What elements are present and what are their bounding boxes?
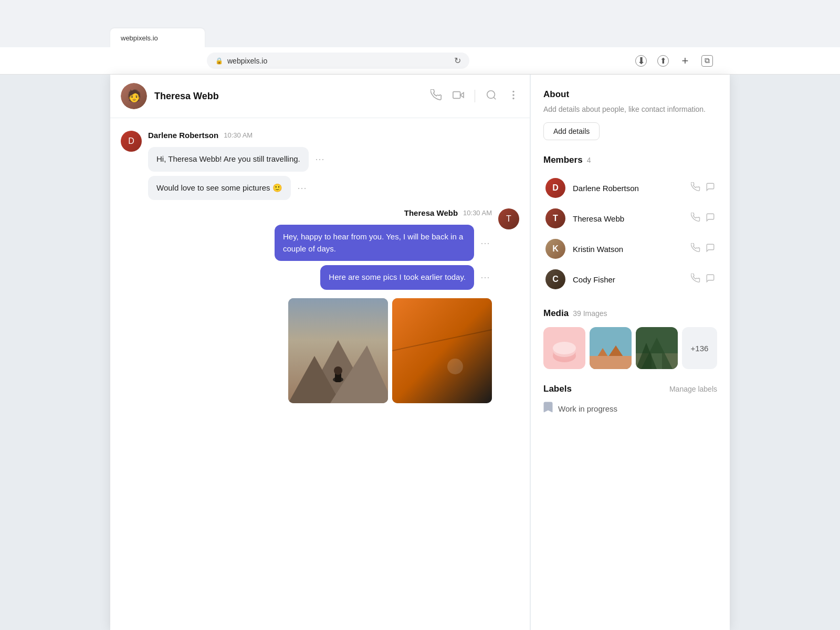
message-sender: Darlene Robertson bbox=[148, 131, 218, 140]
about-description: Add details about people, like contact i… bbox=[543, 104, 717, 115]
member-actions-kristin bbox=[691, 243, 715, 255]
member-actions-cody bbox=[691, 274, 715, 286]
svg-point-15 bbox=[447, 359, 463, 374]
about-title: About bbox=[543, 89, 717, 100]
member-actions-darlene bbox=[691, 182, 715, 194]
member-item-cody: C Cody Fisher bbox=[543, 265, 717, 293]
darlene-avatar: D bbox=[121, 131, 142, 152]
browser-toolbar: 🔒 webpixels.io ↻ ⬇ ⬆ + ⧉ bbox=[0, 47, 840, 75]
browser-tab[interactable]: webpixels.io bbox=[110, 28, 205, 47]
member-avatar-kristin: K bbox=[545, 239, 565, 259]
bookmark-icon bbox=[543, 402, 553, 416]
media-section: Media 39 Images bbox=[543, 308, 717, 369]
member-chat-kristin[interactable] bbox=[706, 243, 715, 255]
bubble-wrapper-1: Hi, Theresa Webb! Are you still travelli… bbox=[148, 147, 519, 172]
sent-message-row: T 10:30 AM Theresa Webb ⋯ Hey, happy to … bbox=[121, 208, 519, 403]
darlene-messages: Darlene Robertson 10:30 AM Hi, Theresa W… bbox=[148, 131, 519, 200]
svg-point-4 bbox=[513, 91, 514, 92]
media-header: Media 39 Images bbox=[543, 308, 717, 319]
toolbar-icons: ⬇ ⬆ + ⧉ bbox=[635, 55, 713, 67]
svg-point-5 bbox=[513, 94, 514, 96]
sent-bubble-wrapper-1: ⋯ Hey, happy to hear from you. Yes, I wi… bbox=[275, 225, 492, 261]
sent-bubble-more-2[interactable]: ⋯ bbox=[478, 269, 492, 285]
svg-point-6 bbox=[513, 98, 514, 99]
search-icon[interactable] bbox=[486, 89, 497, 103]
svg-point-13 bbox=[334, 366, 342, 375]
sent-bubble-1: Hey, happy to hear from you. Yes, I will… bbox=[275, 225, 474, 261]
chat-header-actions bbox=[430, 89, 519, 103]
sent-bubble-wrapper-2: ⋯ Here are some pics I took earlier toda… bbox=[320, 265, 492, 290]
message-time: 10:30 AM bbox=[224, 131, 253, 139]
media-count: 39 Images bbox=[573, 309, 607, 318]
bubble-more-icon[interactable]: ⋯ bbox=[313, 151, 327, 167]
svg-rect-1 bbox=[453, 91, 460, 98]
member-name-kristin: Kristin Watson bbox=[573, 245, 684, 254]
media-thumb-2[interactable] bbox=[590, 327, 632, 369]
photo-orange bbox=[392, 298, 492, 403]
sent-bubble-2: Here are some pics I took earlier today. bbox=[320, 265, 474, 290]
bubble-more-icon-2[interactable]: ⋯ bbox=[295, 180, 309, 196]
photo-row bbox=[288, 298, 492, 403]
media-title: Media bbox=[543, 308, 569, 319]
svg-rect-14 bbox=[392, 298, 492, 403]
svg-marker-0 bbox=[460, 92, 464, 97]
chat-header: 🧑 Theresa Webb bbox=[110, 75, 530, 118]
member-item-kristin: K Kristin Watson bbox=[543, 235, 717, 263]
member-avatar-darlene: D bbox=[545, 178, 565, 198]
member-avatar-theresa: T bbox=[545, 208, 565, 228]
labels-section: Labels Manage labels Work in progress bbox=[543, 384, 717, 416]
photo-mountain bbox=[288, 298, 388, 403]
media-thumb-1[interactable] bbox=[543, 327, 585, 369]
media-grid: +136 bbox=[543, 327, 717, 369]
manage-labels-link[interactable]: Manage labels bbox=[669, 385, 717, 393]
more-options-icon[interactable] bbox=[508, 89, 519, 103]
labels-header: Labels Manage labels bbox=[543, 384, 717, 394]
address-bar[interactable]: 🔒 webpixels.io ↻ bbox=[207, 52, 469, 69]
media-thumb-3[interactable] bbox=[636, 327, 678, 369]
share-icon[interactable]: ⬆ bbox=[657, 55, 669, 67]
member-chat-darlene[interactable] bbox=[706, 182, 715, 194]
browser-chrome: webpixels.io bbox=[0, 0, 840, 47]
bubble-wrapper-2: Would love to see some pictures 🙂 ⋯ bbox=[148, 176, 519, 201]
tabs-icon[interactable]: ⧉ bbox=[701, 55, 713, 67]
member-name-theresa: Theresa Webb bbox=[573, 214, 684, 223]
member-item-theresa: T Theresa Webb bbox=[543, 204, 717, 233]
members-section: Members 4 D Darlene Robertson bbox=[543, 155, 717, 293]
member-phone-theresa[interactable] bbox=[691, 213, 700, 225]
add-details-button[interactable]: Add details bbox=[543, 122, 600, 140]
theresa-messages: 10:30 AM Theresa Webb ⋯ Hey, happy to he… bbox=[121, 208, 492, 403]
member-item-darlene: D Darlene Robertson bbox=[543, 174, 717, 202]
lock-icon: 🔒 bbox=[215, 57, 223, 65]
chat-panel: 🧑 Theresa Webb bbox=[110, 75, 530, 630]
member-phone-kristin[interactable] bbox=[691, 243, 700, 255]
member-phone-cody[interactable] bbox=[691, 274, 700, 286]
label-text-work: Work in progress bbox=[558, 404, 617, 413]
phone-icon[interactable] bbox=[430, 89, 442, 103]
reload-icon[interactable]: ↻ bbox=[454, 56, 461, 66]
labels-title: Labels bbox=[543, 384, 572, 394]
member-actions-theresa bbox=[691, 213, 715, 225]
sent-sender: Theresa Webb bbox=[404, 208, 458, 217]
member-chat-cody[interactable] bbox=[706, 274, 715, 286]
new-tab-icon[interactable]: + bbox=[679, 55, 691, 67]
contact-avatar: 🧑 bbox=[121, 83, 147, 109]
member-name-cody: Cody Fisher bbox=[573, 275, 684, 284]
member-name-darlene: Darlene Robertson bbox=[573, 184, 684, 193]
message-row: D Darlene Robertson 10:30 AM Hi, Theresa… bbox=[121, 131, 519, 200]
about-section: About Add details about people, like con… bbox=[543, 89, 717, 140]
app-container: 🧑 Theresa Webb bbox=[110, 75, 730, 630]
member-list: D Darlene Robertson bbox=[543, 174, 717, 293]
members-title: Members bbox=[543, 155, 583, 165]
member-phone-darlene[interactable] bbox=[691, 182, 700, 194]
member-chat-theresa[interactable] bbox=[706, 213, 715, 225]
theresa-avatar: T bbox=[498, 208, 519, 229]
chat-messages: D Darlene Robertson 10:30 AM Hi, Theresa… bbox=[110, 118, 530, 630]
download-icon[interactable]: ⬇ bbox=[635, 55, 647, 67]
media-more-button[interactable]: +136 bbox=[682, 327, 717, 369]
video-icon[interactable] bbox=[453, 89, 464, 103]
header-divider bbox=[475, 90, 475, 102]
members-header: Members 4 bbox=[543, 155, 717, 165]
members-count: 4 bbox=[587, 156, 591, 164]
member-avatar-cody: C bbox=[545, 269, 565, 289]
sent-bubble-more-1[interactable]: ⋯ bbox=[478, 235, 492, 251]
